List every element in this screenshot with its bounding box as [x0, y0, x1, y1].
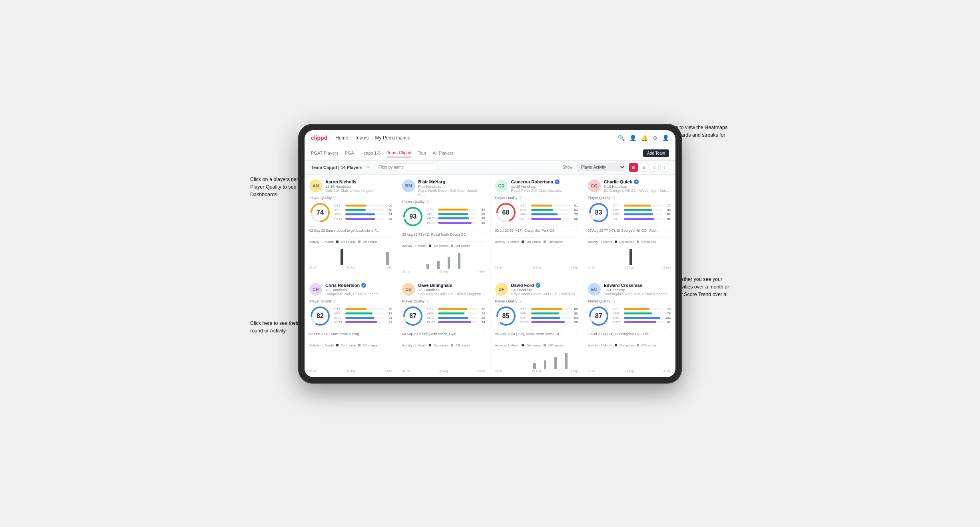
add-team-button[interactable]: Add Team: [643, 149, 669, 157]
quality-info-icon[interactable]: ⓘ: [612, 196, 615, 200]
quality-info-icon[interactable]: ⓘ: [426, 299, 429, 304]
player-card[interactable]: BM Blair McHarg Plus Handicap Royal Nort…: [397, 175, 490, 278]
quality-info-icon[interactable]: ⓘ: [426, 200, 429, 204]
search-icon[interactable]: 🔍: [618, 135, 625, 141]
stat-bar-bg: [438, 209, 477, 211]
subnav-tour[interactable]: Tour: [418, 149, 426, 157]
quality-circle[interactable]: 87: [402, 305, 424, 327]
chart-area: [309, 349, 392, 369]
stat-bar-bg: [624, 218, 663, 220]
player-name[interactable]: Edward Crossman: [604, 283, 671, 288]
player-card[interactable]: EC Edward Crossman 1-5 Handicap Sunningd…: [583, 278, 675, 377]
legend-on-text: On course: [619, 240, 634, 244]
nav-teams[interactable]: Teams: [355, 133, 368, 142]
quality-circle[interactable]: 83: [588, 202, 610, 223]
chart-date: 4 Sep: [478, 270, 485, 273]
player-info: Blair McHarg Plus Handicap Royal North D…: [418, 179, 485, 197]
stats-list: OTT 84 APP 85 ARG 88 PUTT 95: [427, 208, 485, 225]
legend-on-dot: [336, 344, 339, 346]
player-name[interactable]: Cameron Robertson ✓: [511, 179, 578, 184]
stat-label: OTT: [334, 204, 344, 207]
last-round[interactable]: 07 Aug 23 77 (+7), St George's Hill GC -…: [588, 227, 671, 234]
stat-bar-bg: [345, 321, 384, 323]
quality-info-icon[interactable]: ⓘ: [333, 196, 336, 200]
show-select[interactable]: Player Activity Quality Score Trend: [577, 163, 626, 171]
player-handicap: 1-5 Handicap: [604, 288, 671, 292]
stat-bar-bg: [624, 209, 663, 211]
subnav-team-clippd[interactable]: Team Clippd: [387, 149, 411, 157]
user-icon[interactable]: 👤: [662, 135, 669, 141]
player-name[interactable]: Chris Robertson ✓: [325, 283, 392, 288]
last-round[interactable]: 18 Jul 23 74 (+4), Sunningdale GC - Old …: [588, 330, 671, 338]
edit-icon[interactable]: ✏: [367, 165, 370, 170]
chart-area: [588, 349, 671, 369]
last-round[interactable]: 02 Sep 23 Sunset round to get back into …: [309, 227, 392, 234]
subnav-pgat[interactable]: PGAT Players: [311, 149, 339, 157]
quality-info-icon[interactable]: ⓘ: [333, 299, 336, 304]
subnav-hcaps[interactable]: Hcaps 1-5: [361, 149, 380, 157]
legend-on-dot: [615, 344, 617, 346]
activity-section: Activity · 1 Month On course Off course …: [309, 237, 392, 269]
legend-off-text: Off course: [641, 344, 656, 347]
stat-bar: [438, 213, 468, 215]
chart-area: [588, 245, 671, 265]
activity-label: Activity · 1 Month On course Off course: [495, 240, 578, 244]
player-card[interactable]: CR Chris Robertson ✓ 1-5 Handicap Craigm…: [305, 278, 397, 377]
stat-row: APP 85: [427, 212, 485, 216]
player-card[interactable]: CQ Charlie Quick ✓ 6-10 Handicap St. Geo…: [583, 175, 675, 278]
stat-label: PUTT: [613, 217, 622, 221]
quality-circle[interactable]: 82: [309, 305, 331, 327]
notification-icon[interactable]: 🔔: [641, 135, 648, 141]
quality-info-icon[interactable]: ⓘ: [519, 299, 522, 304]
stat-bar: [438, 312, 464, 314]
quality-section: 82 OTT 60 APP 77 ARG 81: [309, 305, 392, 327]
chart-date: 4 Sep: [385, 370, 392, 372]
profile-icon[interactable]: 👤: [629, 135, 636, 141]
list-view-icon[interactable]: ⊟: [639, 163, 648, 172]
player-name[interactable]: Dave Billingham: [418, 283, 485, 288]
last-round[interactable]: 26 Aug 23 73 (+1), Royal North Devon GC …: [402, 231, 485, 238]
chart-area: [495, 349, 578, 369]
stat-value: 94: [479, 320, 485, 324]
quality-section: 74 OTT 60 APP 58 ARG 84: [309, 202, 392, 223]
last-round[interactable]: 26 Aug 23 84 (+12), Royal North Devon GC…: [495, 330, 578, 338]
player-name[interactable]: David Ford ✓: [511, 283, 578, 288]
player-card[interactable]: DF David Ford ✓ 1-5 Handicap Royal North…: [490, 278, 583, 377]
stat-row: APP 79: [613, 312, 671, 315]
last-round[interactable]: 03 Mar 23 19, Must make putting →: [309, 330, 392, 338]
stat-row: OTT 73: [613, 307, 671, 311]
subnav-all-players[interactable]: All Players: [433, 149, 454, 157]
search-input[interactable]: [374, 163, 438, 171]
stat-value: 83: [572, 316, 578, 320]
quality-info-icon[interactable]: ⓘ: [612, 299, 615, 304]
quality-info-icon[interactable]: ⓘ: [519, 196, 522, 200]
settings-icon[interactable]: ⊕: [653, 135, 657, 141]
stat-label: PUTT: [334, 320, 344, 324]
nav-home[interactable]: Home: [335, 133, 348, 142]
quality-circle[interactable]: 93: [402, 206, 424, 227]
last-round[interactable]: 04 Sep 23 Mobility with coach, Gym →: [402, 330, 485, 338]
nav-my-performance[interactable]: My Performance: [375, 133, 410, 142]
stat-label: OTT: [520, 204, 530, 207]
quality-circle[interactable]: 87: [588, 305, 610, 327]
quality-circle[interactable]: 85: [495, 305, 517, 327]
quality-circle[interactable]: 68: [495, 202, 517, 223]
last-round[interactable]: 02 Jul 23 59 (+17), Craigmillar Park GC …: [495, 227, 578, 234]
player-name[interactable]: Aaron Nicholls: [325, 179, 392, 184]
grid-view-icon[interactable]: ⊞: [629, 163, 638, 172]
stat-bar: [438, 308, 467, 310]
subnav-pga[interactable]: PGA: [345, 149, 354, 157]
player-name[interactable]: Charlie Quick ✓: [604, 179, 671, 184]
legend-on-text: On course: [341, 344, 356, 347]
stat-row: OTT 60: [334, 204, 392, 207]
sort-icon[interactable]: ↕: [660, 163, 669, 172]
stat-bar: [531, 308, 563, 310]
player-card[interactable]: AN Aaron Nicholls 11-15 Handicap Drift G…: [305, 175, 397, 278]
filter-icon[interactable]: ▽: [650, 163, 659, 172]
stat-bar: [345, 308, 367, 310]
player-card[interactable]: CR Cameron Robertson ✓ 11-15 Handicap Ro…: [490, 175, 583, 278]
player-name[interactable]: Blair McHarg: [418, 179, 485, 184]
quality-circle[interactable]: 74: [309, 202, 331, 223]
stat-bar: [345, 213, 375, 215]
player-card[interactable]: DB Dave Billingham 1-5 Handicap Sog Magi…: [397, 278, 490, 377]
